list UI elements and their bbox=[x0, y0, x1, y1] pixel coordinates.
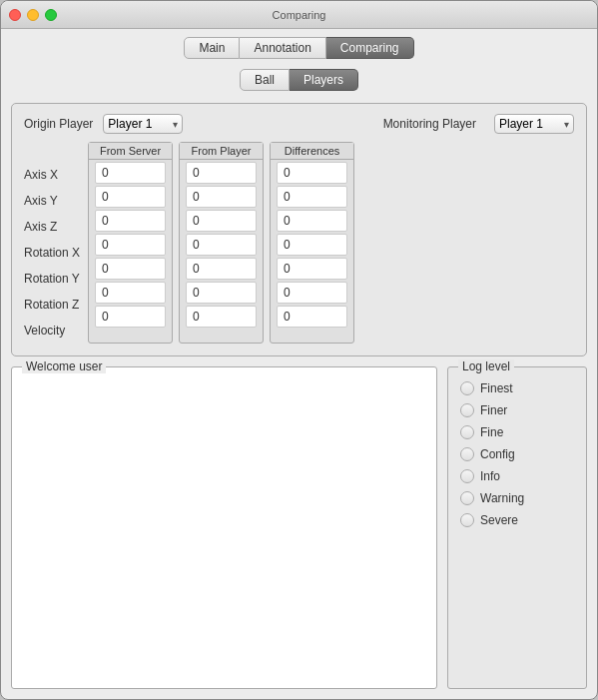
differences-axis-y: 0 bbox=[277, 186, 347, 208]
radio-severe-circle bbox=[460, 513, 474, 527]
radio-warning[interactable]: Warning bbox=[460, 491, 574, 505]
differences-body: 0 0 0 0 0 0 0 bbox=[271, 160, 353, 330]
monitoring-player-select-wrapper: Player 1 Player 2 Player 3 bbox=[494, 114, 574, 134]
radio-fine[interactable]: Fine bbox=[460, 425, 574, 439]
radio-finest[interactable]: Finest bbox=[460, 381, 574, 395]
from-player-body: 0 0 0 0 0 0 0 bbox=[180, 160, 263, 330]
origin-player-select-wrapper: Player 1 Player 2 Player 3 bbox=[103, 114, 183, 134]
minimize-button[interactable] bbox=[27, 9, 39, 21]
differences-column: Differences 0 0 0 0 0 0 0 bbox=[270, 142, 354, 344]
sub-tab-ball[interactable]: Ball bbox=[240, 69, 290, 91]
titlebar: Comparing bbox=[1, 1, 597, 29]
window: Comparing Main Annotation Comparing Ball… bbox=[0, 0, 598, 700]
radio-severe-label: Severe bbox=[480, 513, 518, 527]
from-server-velocity: 0 bbox=[95, 306, 166, 328]
radio-info[interactable]: Info bbox=[460, 469, 574, 483]
window-title: Comparing bbox=[273, 9, 326, 21]
from-server-axis-y: 0 bbox=[95, 186, 166, 208]
tab-main[interactable]: Main bbox=[184, 37, 240, 59]
from-server-rotation-z: 0 bbox=[95, 282, 166, 304]
differences-rotation-z: 0 bbox=[277, 282, 347, 304]
field-labels: Axis X Axis Y Axis Z Rotation X Rotation… bbox=[24, 142, 88, 344]
differences-rotation-y: 0 bbox=[277, 258, 347, 280]
sub-tab-players[interactable]: Players bbox=[290, 69, 358, 91]
monitoring-player-select[interactable]: Player 1 Player 2 Player 3 bbox=[494, 114, 574, 134]
differences-rotation-x: 0 bbox=[277, 234, 347, 256]
data-columns: Axis X Axis Y Axis Z Rotation X Rotation… bbox=[24, 142, 574, 344]
origin-player-select[interactable]: Player 1 Player 2 Player 3 bbox=[103, 114, 183, 134]
field-label-velocity: Velocity bbox=[24, 318, 88, 344]
from-server-rotation-y: 0 bbox=[95, 258, 166, 280]
from-server-column: From Server 0 0 0 0 0 0 0 bbox=[88, 142, 173, 344]
from-server-rotation-x: 0 bbox=[95, 234, 166, 256]
from-player-rotation-z: 0 bbox=[186, 282, 257, 304]
from-player-velocity: 0 bbox=[186, 306, 257, 328]
field-label-rotation-y: Rotation Y bbox=[24, 266, 88, 292]
comparing-panel: Origin Player Player 1 Player 2 Player 3… bbox=[11, 103, 587, 356]
monitoring-player-label: Monitoring Player bbox=[383, 117, 476, 131]
close-button[interactable] bbox=[9, 9, 21, 21]
from-server-header: From Server bbox=[89, 143, 172, 160]
origin-player-label: Origin Player bbox=[24, 117, 93, 131]
tab-comparing[interactable]: Comparing bbox=[326, 37, 414, 59]
radio-warning-label: Warning bbox=[480, 491, 524, 505]
radio-finer[interactable]: Finer bbox=[460, 403, 574, 417]
sub-tab-bar: Ball Players bbox=[11, 65, 587, 93]
tab-bar: Main Annotation Comparing bbox=[1, 29, 597, 65]
radio-fine-label: Fine bbox=[480, 425, 503, 439]
traffic-lights bbox=[9, 9, 57, 21]
radio-warning-circle bbox=[460, 491, 474, 505]
radio-config[interactable]: Config bbox=[460, 447, 574, 461]
from-player-header: From Player bbox=[180, 143, 263, 160]
content-area: Ball Players Origin Player Player 1 Play… bbox=[1, 65, 597, 699]
from-server-axis-x: 0 bbox=[95, 162, 166, 184]
radio-finer-label: Finer bbox=[480, 403, 507, 417]
log-level-legend: Log level bbox=[458, 359, 514, 373]
from-player-axis-z: 0 bbox=[186, 210, 257, 232]
bottom-section: Welcome user Log level Finest Finer Fine bbox=[11, 366, 587, 689]
from-player-rotation-x: 0 bbox=[186, 234, 257, 256]
radio-finest-circle bbox=[460, 381, 474, 395]
field-label-axis-y: Axis Y bbox=[24, 188, 88, 214]
from-player-column: From Player 0 0 0 0 0 0 0 bbox=[179, 142, 264, 344]
differences-header: Differences bbox=[271, 143, 353, 160]
radio-config-label: Config bbox=[480, 447, 515, 461]
radio-fine-circle bbox=[460, 425, 474, 439]
field-label-rotation-z: Rotation Z bbox=[24, 292, 88, 318]
differences-velocity: 0 bbox=[277, 306, 347, 328]
field-label-rotation-x: Rotation X bbox=[24, 240, 88, 266]
radio-info-circle bbox=[460, 469, 474, 483]
maximize-button[interactable] bbox=[45, 9, 57, 21]
differences-axis-z: 0 bbox=[277, 210, 347, 232]
field-label-axis-x: Axis X bbox=[24, 162, 88, 188]
field-label-axis-z: Axis Z bbox=[24, 214, 88, 240]
radio-finer-circle bbox=[460, 403, 474, 417]
from-server-axis-z: 0 bbox=[95, 210, 166, 232]
radio-severe[interactable]: Severe bbox=[460, 513, 574, 527]
radio-finest-label: Finest bbox=[480, 381, 513, 395]
radio-info-label: Info bbox=[480, 469, 500, 483]
from-player-axis-x: 0 bbox=[186, 162, 257, 184]
player-row: Origin Player Player 1 Player 2 Player 3… bbox=[24, 114, 574, 134]
from-player-axis-y: 0 bbox=[186, 186, 257, 208]
radio-config-circle bbox=[460, 447, 474, 461]
from-player-rotation-y: 0 bbox=[186, 258, 257, 280]
log-panel: Welcome user bbox=[11, 366, 437, 689]
tab-annotation[interactable]: Annotation bbox=[240, 37, 325, 59]
log-level-panel: Log level Finest Finer Fine Config bbox=[447, 366, 587, 689]
differences-axis-x: 0 bbox=[277, 162, 347, 184]
log-panel-legend: Welcome user bbox=[22, 359, 106, 373]
from-server-body: 0 0 0 0 0 0 0 bbox=[89, 160, 172, 330]
